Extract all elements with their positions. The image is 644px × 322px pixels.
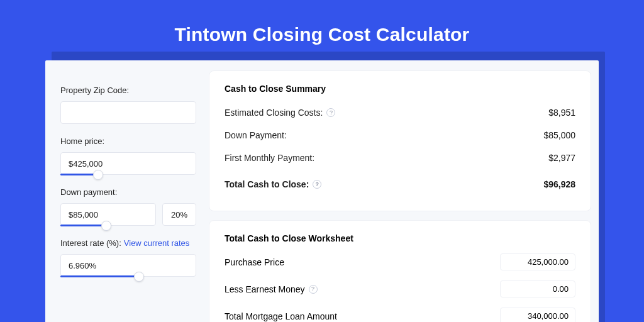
cash-summary-panel: Cash to Close Summary Estimated Closing …	[209, 70, 591, 211]
help-icon[interactable]: ?	[313, 180, 321, 189]
down-payment-group: Down payment: 20%	[60, 187, 196, 226]
worksheet-row-label: Less Earnest Money	[225, 284, 305, 294]
zip-input[interactable]	[60, 101, 196, 124]
worksheet-row: Total Mortgage Loan Amount 340,000.00	[225, 308, 575, 322]
summary-row-value: $85,000	[543, 130, 575, 140]
down-payment-label: Down payment:	[60, 187, 196, 197]
zip-label: Property Zip Code:	[60, 86, 196, 95]
calculator-sidebar: Property Zip Code: Home price: Down paym…	[53, 68, 204, 322]
worksheet-row-value[interactable]: 425,000.00	[500, 253, 575, 270]
worksheet-row-value[interactable]: 340,000.00	[500, 308, 575, 322]
interest-slider-thumb[interactable]	[134, 272, 144, 282]
home-price-slider-track	[60, 174, 98, 175]
help-icon[interactable]: ?	[326, 108, 335, 117]
zip-group: Property Zip Code:	[60, 86, 196, 124]
main-column: Cash to Close Summary Estimated Closing …	[209, 68, 591, 322]
summary-row-value: $2,977	[548, 153, 575, 163]
interest-label: Interest rate (%):	[60, 238, 121, 248]
worksheet-row-label: Purchase Price	[225, 257, 284, 267]
summary-row-label: Estimated Closing Costs:	[225, 108, 323, 118]
interest-input[interactable]	[60, 254, 196, 277]
app-card: Property Zip Code: Home price: Down paym…	[45, 60, 599, 322]
summary-row: Estimated Closing Costs: ? $8,951	[225, 104, 575, 126]
summary-row-label: First Monthly Payment:	[225, 153, 314, 163]
home-price-label: Home price:	[60, 136, 196, 146]
summary-row: First Monthly Payment: $2,977	[225, 149, 575, 172]
interest-slider-track	[60, 275, 139, 277]
summary-total-label: Total Cash to Close:	[225, 179, 309, 189]
home-price-input[interactable]	[60, 152, 196, 175]
summary-row-label: Down Payment:	[225, 130, 287, 140]
worksheet-heading: Total Cash to Close Worksheet	[225, 233, 575, 243]
worksheet-row: Less Earnest Money ? 0.00	[225, 280, 575, 297]
down-payment-slider-track	[60, 225, 106, 226]
down-payment-pct[interactable]: 20%	[162, 203, 196, 226]
summary-row: Down Payment: $85,000	[225, 126, 575, 149]
summary-row-value: $8,951	[548, 108, 575, 118]
worksheet-panel: Total Cash to Close Worksheet Purchase P…	[209, 220, 591, 322]
down-payment-slider-thumb[interactable]	[101, 221, 111, 231]
summary-heading: Cash to Close Summary	[225, 84, 575, 94]
view-rates-link[interactable]: View current rates	[124, 238, 190, 248]
home-price-slider-thumb[interactable]	[93, 170, 103, 180]
interest-group: Interest rate (%): View current rates	[60, 238, 196, 277]
worksheet-row: Purchase Price 425,000.00	[225, 253, 575, 270]
home-price-group: Home price:	[60, 136, 196, 175]
summary-total-row: Total Cash to Close: ? $96,928	[225, 172, 575, 198]
worksheet-row-label: Total Mortgage Loan Amount	[225, 311, 337, 321]
help-icon[interactable]: ?	[309, 285, 318, 294]
summary-total-value: $96,928	[543, 179, 575, 189]
worksheet-row-value[interactable]: 0.00	[500, 280, 575, 297]
